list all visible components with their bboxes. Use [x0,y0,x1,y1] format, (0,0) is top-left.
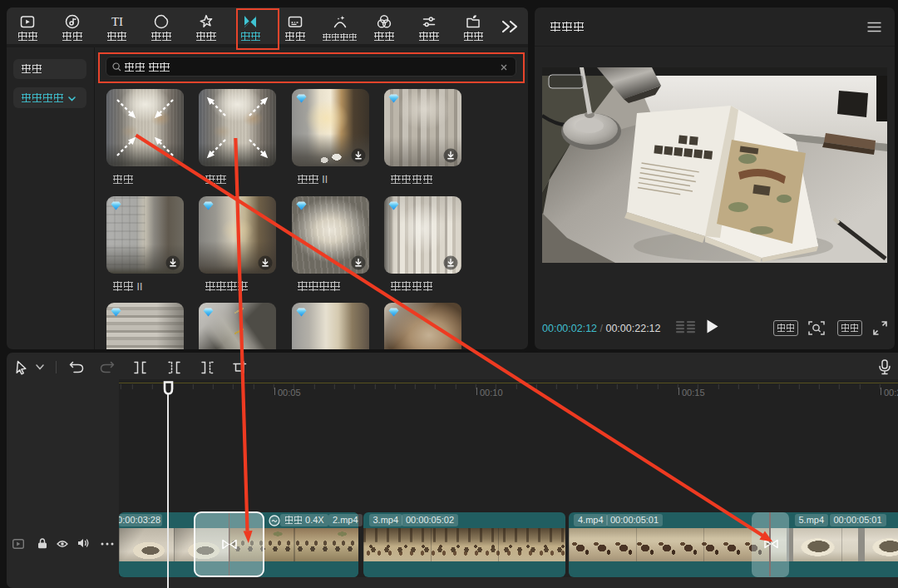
svg-text:TI: TI [111,15,123,28]
